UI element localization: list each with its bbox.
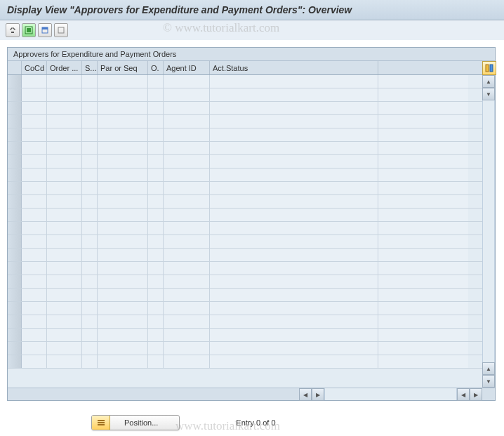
row-selector-header[interactable] (8, 61, 22, 74)
cell-cocd[interactable] (22, 329, 47, 341)
cell-o[interactable] (148, 128, 164, 141)
row-selector[interactable] (8, 275, 22, 288)
cell-agent[interactable] (164, 75, 210, 88)
cell-cocd[interactable] (22, 342, 47, 355)
cell-cocd[interactable] (22, 128, 47, 141)
column-header-cocd[interactable]: CoCd (22, 61, 47, 74)
cell-agent[interactable] (164, 88, 210, 101)
scroll-track-v[interactable] (482, 100, 495, 362)
cell-o[interactable] (148, 88, 164, 101)
cell-parseq[interactable] (98, 169, 148, 181)
column-header-order[interactable]: Order ... (47, 61, 82, 74)
scroll-track-h[interactable] (324, 388, 457, 400)
cell-parseq[interactable] (98, 302, 148, 315)
cell-order[interactable] (47, 102, 82, 114)
cell-actstatus[interactable] (210, 169, 378, 181)
cell-spare[interactable] (378, 262, 468, 275)
horizontal-scrollbar[interactable]: ◀ ▶ ◀ ▶ (8, 388, 495, 400)
cell-agent[interactable] (164, 289, 210, 301)
cell-order[interactable] (47, 355, 82, 368)
cell-cocd[interactable] (22, 262, 47, 275)
row-selector[interactable] (8, 249, 22, 261)
select-all-button[interactable] (22, 23, 36, 37)
row-selector[interactable] (8, 115, 22, 128)
cell-cocd[interactable] (22, 315, 47, 328)
cell-spare[interactable] (378, 209, 468, 221)
cell-actstatus[interactable] (210, 155, 378, 168)
cell-cocd[interactable] (22, 249, 47, 261)
row-selector[interactable] (8, 235, 22, 248)
cell-o[interactable] (148, 342, 164, 355)
cell-o[interactable] (148, 355, 164, 368)
cell-cocd[interactable] (22, 75, 47, 88)
cell-agent[interactable] (164, 275, 210, 288)
cell-o[interactable] (148, 235, 164, 248)
cell-parseq[interactable] (98, 142, 148, 154)
cell-s[interactable] (82, 289, 98, 301)
cell-spare[interactable] (378, 275, 468, 288)
cell-actstatus[interactable] (210, 75, 378, 88)
cell-spare[interactable] (378, 75, 468, 88)
cell-o[interactable] (148, 115, 164, 128)
cell-order[interactable] (47, 222, 82, 234)
scroll-left-button-2[interactable]: ◀ (457, 388, 470, 401)
cell-agent[interactable] (164, 169, 210, 181)
cell-s[interactable] (82, 128, 98, 141)
toggle-display-change-button[interactable] (6, 23, 20, 37)
cell-o[interactable] (148, 329, 164, 341)
scroll-down-button[interactable]: ▼ (482, 88, 495, 100)
cell-s[interactable] (82, 182, 98, 194)
cell-order[interactable] (47, 195, 82, 208)
cell-o[interactable] (148, 102, 164, 114)
cell-order[interactable] (47, 329, 82, 341)
row-selector[interactable] (8, 182, 22, 194)
cell-parseq[interactable] (98, 355, 148, 368)
cell-actstatus[interactable] (210, 128, 378, 141)
cell-actstatus[interactable] (210, 329, 378, 341)
row-selector[interactable] (8, 75, 22, 88)
row-selector[interactable] (8, 315, 22, 328)
cell-o[interactable] (148, 75, 164, 88)
cell-o[interactable] (148, 169, 164, 181)
cell-agent[interactable] (164, 115, 210, 128)
cell-s[interactable] (82, 249, 98, 261)
cell-parseq[interactable] (98, 195, 148, 208)
column-header-o[interactable]: O. (148, 61, 164, 74)
cell-cocd[interactable] (22, 302, 47, 315)
cell-actstatus[interactable] (210, 222, 378, 234)
scroll-down-button-bottom[interactable]: ▼ (482, 375, 495, 388)
cell-agent[interactable] (164, 222, 210, 234)
cell-spare[interactable] (378, 169, 468, 181)
cell-order[interactable] (47, 289, 82, 301)
cell-order[interactable] (47, 115, 82, 128)
row-selector[interactable] (8, 142, 22, 154)
cell-parseq[interactable] (98, 249, 148, 261)
cell-cocd[interactable] (22, 222, 47, 234)
cell-spare[interactable] (378, 182, 468, 194)
cell-agent[interactable] (164, 342, 210, 355)
cell-cocd[interactable] (22, 195, 47, 208)
cell-actstatus[interactable] (210, 275, 378, 288)
cell-spare[interactable] (378, 128, 468, 141)
cell-actstatus[interactable] (210, 302, 378, 315)
cell-order[interactable] (47, 262, 82, 275)
row-selector[interactable] (8, 155, 22, 168)
cell-parseq[interactable] (98, 315, 148, 328)
cell-cocd[interactable] (22, 275, 47, 288)
cell-agent[interactable] (164, 329, 210, 341)
cell-cocd[interactable] (22, 115, 47, 128)
cell-s[interactable] (82, 102, 98, 114)
cell-spare[interactable] (378, 88, 468, 101)
cell-s[interactable] (82, 355, 98, 368)
cell-o[interactable] (148, 275, 164, 288)
cell-actstatus[interactable] (210, 262, 378, 275)
table-settings-button[interactable] (482, 61, 496, 75)
cell-actstatus[interactable] (210, 342, 378, 355)
cell-order[interactable] (47, 75, 82, 88)
cell-agent[interactable] (164, 155, 210, 168)
cell-o[interactable] (148, 182, 164, 194)
cell-spare[interactable] (378, 235, 468, 248)
deselect-all-button[interactable] (54, 23, 68, 37)
row-selector[interactable] (8, 102, 22, 114)
scroll-left-button[interactable]: ◀ (299, 388, 312, 401)
